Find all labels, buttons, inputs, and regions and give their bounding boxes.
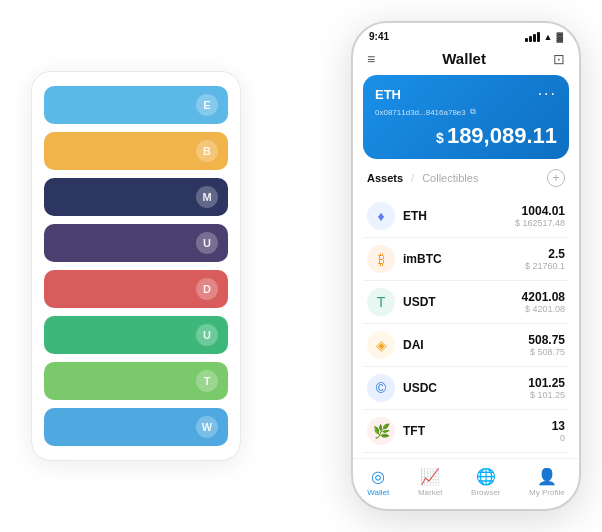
asset-right: 4201.08 $ 4201.08 <box>522 290 565 314</box>
asset-item[interactable]: ◈ DAI 508.75 $ 508.75 <box>363 324 569 367</box>
asset-usd: 0 <box>552 433 565 443</box>
assets-tabs: Assets / Collectibles <box>367 172 478 184</box>
asset-item[interactable]: T USDT 4201.08 $ 4201.08 <box>363 281 569 324</box>
phone-header: ≡ Wallet ⊡ <box>353 46 579 75</box>
copy-icon[interactable]: ⧉ <box>470 107 476 117</box>
nav-item-wallet[interactable]: ◎ Wallet <box>367 467 389 497</box>
page-title: Wallet <box>442 50 486 67</box>
asset-name: ETH <box>403 209 427 223</box>
status-time: 9:41 <box>369 31 389 42</box>
asset-left: © USDC <box>367 374 437 402</box>
stack-card[interactable]: U <box>44 316 228 354</box>
asset-name: USDT <box>403 295 436 309</box>
asset-usd: $ 162517.48 <box>515 218 565 228</box>
stack-card[interactable]: W <box>44 408 228 446</box>
asset-name: imBTC <box>403 252 442 266</box>
assets-header: Assets / Collectibles + <box>353 169 579 195</box>
stack-card-icon: B <box>196 140 218 162</box>
tab-collectibles[interactable]: Collectibles <box>422 172 478 184</box>
asset-icon: 🌿 <box>367 417 395 445</box>
eth-card-menu[interactable]: ··· <box>538 85 557 103</box>
nav-icon: 📈 <box>420 467 440 486</box>
eth-card[interactable]: ETH ··· 0x08711d3d...8416a78e3 ⧉ $189,08… <box>363 75 569 159</box>
asset-icon: ₿ <box>367 245 395 273</box>
stack-card[interactable]: D <box>44 270 228 308</box>
currency-symbol: $ <box>436 130 444 146</box>
nav-label: Wallet <box>367 488 389 497</box>
asset-name: USDC <box>403 381 437 395</box>
asset-usd: $ 508.75 <box>528 347 565 357</box>
tab-divider: / <box>411 172 414 184</box>
add-asset-button[interactable]: + <box>547 169 565 187</box>
battery-icon: ▓ <box>556 32 563 42</box>
asset-left: ₿ imBTC <box>367 245 442 273</box>
asset-left: ♦ ETH <box>367 202 427 230</box>
asset-item[interactable]: © USDC 101.25 $ 101.25 <box>363 367 569 410</box>
asset-right: 101.25 $ 101.25 <box>528 376 565 400</box>
asset-left: T USDT <box>367 288 436 316</box>
bottom-nav: ◎ Wallet 📈 Market 🌐 Browser 👤 My Profile <box>353 458 579 509</box>
phone-mockup: 9:41 ▲ ▓ ≡ Wallet ⊡ ETH ··· <box>351 21 581 511</box>
asset-item[interactable]: 🌿 TFT 13 0 <box>363 410 569 453</box>
nav-item-browser[interactable]: 🌐 Browser <box>471 467 500 497</box>
asset-usd: $ 101.25 <box>528 390 565 400</box>
stack-card-icon: W <box>196 416 218 438</box>
stack-card-icon: D <box>196 278 218 300</box>
card-stack: EBMUDUTW <box>31 71 241 461</box>
nav-item-my-profile[interactable]: 👤 My Profile <box>529 467 565 497</box>
asset-right: 1004.01 $ 162517.48 <box>515 204 565 228</box>
asset-amount: 4201.08 <box>522 290 565 304</box>
status-icons: ▲ ▓ <box>525 32 563 42</box>
expand-icon[interactable]: ⊡ <box>553 51 565 67</box>
asset-icon: © <box>367 374 395 402</box>
asset-icon: ♦ <box>367 202 395 230</box>
asset-item[interactable]: ₿ imBTC 2.5 $ 21760.1 <box>363 238 569 281</box>
stack-card-icon: U <box>196 324 218 346</box>
nav-item-market[interactable]: 📈 Market <box>418 467 442 497</box>
stack-card[interactable]: U <box>44 224 228 262</box>
signal-icon <box>525 32 540 42</box>
asset-usd: $ 4201.08 <box>522 304 565 314</box>
nav-label: My Profile <box>529 488 565 497</box>
asset-icon: T <box>367 288 395 316</box>
eth-card-top: ETH ··· <box>375 85 557 103</box>
wifi-icon: ▲ <box>544 32 553 42</box>
stack-card-icon: U <box>196 232 218 254</box>
asset-icon: ◈ <box>367 331 395 359</box>
stack-card[interactable]: B <box>44 132 228 170</box>
asset-amount: 13 <box>552 419 565 433</box>
asset-list: ♦ ETH 1004.01 $ 162517.48 ₿ imBTC 2.5 $ … <box>353 195 579 458</box>
asset-name: TFT <box>403 424 425 438</box>
asset-amount: 2.5 <box>525 247 565 261</box>
eth-address: 0x08711d3d...8416a78e3 ⧉ <box>375 107 557 117</box>
stack-card[interactable]: T <box>44 362 228 400</box>
eth-balance: $189,089.11 <box>375 123 557 149</box>
stack-card-icon: M <box>196 186 218 208</box>
asset-item[interactable]: ♦ ETH 1004.01 $ 162517.48 <box>363 195 569 238</box>
main-scene: EBMUDUTW 9:41 ▲ ▓ ≡ Wallet ⊡ <box>11 11 591 521</box>
eth-card-label: ETH <box>375 87 401 102</box>
menu-icon[interactable]: ≡ <box>367 51 375 67</box>
asset-right: 13 0 <box>552 419 565 443</box>
asset-right: 2.5 $ 21760.1 <box>525 247 565 271</box>
tab-assets[interactable]: Assets <box>367 172 403 184</box>
nav-icon: ◎ <box>371 467 385 486</box>
stack-card[interactable]: E <box>44 86 228 124</box>
stack-card[interactable]: M <box>44 178 228 216</box>
asset-left: ◈ DAI <box>367 331 424 359</box>
stack-card-icon: E <box>196 94 218 116</box>
nav-icon: 👤 <box>537 467 557 486</box>
nav-label: Market <box>418 488 442 497</box>
stack-card-icon: T <box>196 370 218 392</box>
asset-amount: 508.75 <box>528 333 565 347</box>
asset-amount: 101.25 <box>528 376 565 390</box>
asset-right: 508.75 $ 508.75 <box>528 333 565 357</box>
nav-icon: 🌐 <box>476 467 496 486</box>
asset-amount: 1004.01 <box>515 204 565 218</box>
asset-name: DAI <box>403 338 424 352</box>
asset-usd: $ 21760.1 <box>525 261 565 271</box>
nav-label: Browser <box>471 488 500 497</box>
status-bar: 9:41 ▲ ▓ <box>353 23 579 46</box>
asset-left: 🌿 TFT <box>367 417 425 445</box>
